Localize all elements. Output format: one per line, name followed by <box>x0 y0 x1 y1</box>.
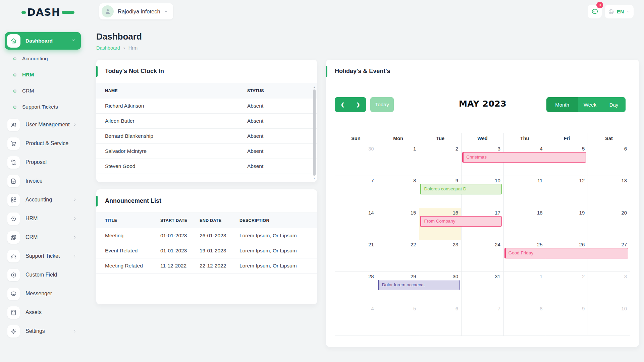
calendar-day-cell[interactable]: 31 <box>461 272 503 303</box>
sidebar-item-custom-field[interactable]: Custom Field <box>0 265 87 284</box>
calendar-date-number: 8 <box>413 178 416 183</box>
calendar-day-cell[interactable]: 6 <box>419 304 461 336</box>
calendar-date-number: 9 <box>582 306 585 311</box>
sidebar-item-dashboard[interactable]: Dashboard <box>5 32 81 50</box>
brand-logo[interactable]: DASH <box>21 7 74 17</box>
sidebar-item-proposal[interactable]: Proposal <box>0 153 87 172</box>
calendar-day-cell[interactable]: 10 <box>588 304 630 336</box>
calendar-event-dolores-consequat-d[interactable]: Dolores consequat D <box>420 184 501 194</box>
calendar-dayname: Mon <box>377 133 419 144</box>
calendar-day-cell[interactable]: 23 <box>419 240 461 272</box>
calendar-day-cell[interactable]: 9 <box>546 304 588 336</box>
calendar-day-cell[interactable]: 2 <box>419 144 461 176</box>
company-selector[interactable]: Rajodiya infotech <box>99 3 173 19</box>
sidebar-item-user-management[interactable]: User Management <box>0 115 87 134</box>
calendar-date-number: 27 <box>621 242 627 247</box>
sidebar-item-invoice[interactable]: Invoice <box>0 172 87 190</box>
scroll-up-icon[interactable]: ▲ <box>313 85 316 89</box>
calendar-day-cell[interactable]: 5 <box>377 304 419 336</box>
sidebar-subitem-accounting[interactable]: Accounting <box>0 51 87 67</box>
calendar-day-cell[interactable]: 21 <box>335 240 377 272</box>
calendar-view-day[interactable]: Day <box>602 97 626 112</box>
plus-circle-icon <box>7 269 20 281</box>
calendar-day-cell[interactable]: 11 <box>503 176 546 207</box>
company-name: Rajodiya infotech <box>118 8 160 15</box>
sidebar-item-support-ticket[interactable]: Support Ticket <box>0 247 87 265</box>
chevron-right-icon <box>72 254 77 258</box>
table-cell: Salvador Mcintyre <box>105 148 247 154</box>
sidebar-item-messenger[interactable]: Messenger <box>0 284 87 303</box>
calendar-date-number: 1 <box>540 274 542 279</box>
sidebar-item-accounting[interactable]: Accounting <box>0 190 87 209</box>
calendar-day-cell[interactable]: 1 <box>377 144 419 176</box>
sidebar-subitem-support-tickets[interactable]: Support Tickets <box>0 99 87 115</box>
calendar-day-cell[interactable]: 6 <box>588 144 630 176</box>
calendar-day-cell[interactable]: 8 <box>503 304 546 336</box>
calendar-date-number: 2 <box>455 146 458 152</box>
calendar-day-cell[interactable]: 22 <box>377 240 419 272</box>
calendar-view-week[interactable]: Week <box>578 97 602 112</box>
calendar-day-cell[interactable]: 30 <box>335 144 377 176</box>
calendar-day-cell[interactable]: 4 <box>335 304 377 336</box>
calendar-dayname: Fri <box>546 133 588 144</box>
target-icon <box>7 213 20 225</box>
table-cell: Absent <box>247 133 317 139</box>
calendar-day-cell[interactable]: 18 <box>503 208 546 240</box>
announcement-card-header: Announcement List <box>96 189 317 213</box>
sidebar-item-hrm[interactable]: HRM <box>0 209 87 228</box>
scrollbar-thumb[interactable] <box>313 89 316 176</box>
gear-icon <box>7 325 20 338</box>
calendar-dayname: Thu <box>503 133 546 144</box>
column-header-title: TITLE <box>105 218 160 223</box>
calendar-date-number: 3 <box>624 274 627 279</box>
calendar-day-cell[interactable]: 3 <box>588 272 630 303</box>
calendar-day-cell[interactable]: 7 <box>461 304 503 336</box>
calendar-date-number: 28 <box>368 274 374 279</box>
clockin-card-header: Today's Not Clock In <box>96 60 317 83</box>
calendar-day-cell[interactable]: 15 <box>377 208 419 240</box>
calendar-week-row: 30123456Christmas <box>335 144 630 176</box>
language-selector[interactable]: EN <box>605 5 634 18</box>
scroll-down-icon[interactable]: ▼ <box>313 177 316 180</box>
calendar-event-christmas[interactable]: Christmas <box>462 152 586 163</box>
calendar-day-cell[interactable]: 14 <box>335 208 377 240</box>
sidebar-item-assets[interactable]: Assets <box>0 303 87 322</box>
calendar-event-dolor-lorem-occaecat[interactable]: Dolor lorem occaecat <box>378 280 460 290</box>
calendar-day-cell[interactable]: 24 <box>461 240 503 272</box>
calendar-day-cell[interactable]: 20 <box>588 208 630 240</box>
calendar-day-cell[interactable]: 8 <box>377 176 419 207</box>
sidebar-item-product-service[interactable]: Product & Service <box>0 134 87 153</box>
sidebar-item-crm[interactable]: CRM <box>0 228 87 247</box>
sidebar-item-settings[interactable]: Settings <box>0 322 87 341</box>
calendar-day-cell[interactable]: 7 <box>335 176 377 207</box>
table-row: Event Related01-01-202319-01-2023Lorem I… <box>96 243 317 258</box>
calendar-day-cell[interactable]: 1 <box>503 272 546 303</box>
calendar-card-title: Holiday's & Event's <box>335 68 390 75</box>
calendar-date-number: 3 <box>498 146 500 152</box>
table-row: Salvador McintyreAbsent <box>96 144 317 159</box>
bullet-icon <box>13 89 16 93</box>
calendar-day-cell[interactable]: 13 <box>588 176 630 207</box>
calendar-date-number: 6 <box>624 146 627 152</box>
grid-plus-icon <box>7 194 20 206</box>
calendar-dayname: Sun <box>335 133 377 144</box>
calendar-date-number: 2 <box>582 274 585 279</box>
calendar-date-number: 11 <box>537 178 543 183</box>
calendar-day-cell[interactable]: 2 <box>546 272 588 303</box>
calendar-day-cell[interactable]: 28 <box>335 272 377 303</box>
sidebar-subitem-hrm[interactable]: HRM <box>0 67 87 83</box>
breadcrumb-link-dashboard[interactable]: Dashboard <box>96 45 120 51</box>
sidebar-subitem-crm[interactable]: CRM <box>0 83 87 99</box>
calendar-day-cell[interactable]: 12 <box>546 176 588 207</box>
chat-icon <box>7 288 20 300</box>
sidebar-item-label: Product & Service <box>25 140 68 146</box>
calendar-day-cell[interactable]: 19 <box>546 208 588 240</box>
scrollbar[interactable]: ▲ ▼ <box>313 85 316 180</box>
table-cell: 19-01-2023 <box>200 248 239 254</box>
calendar-event-good-friday[interactable]: Good Friday <box>504 248 628 258</box>
calendar-view-month[interactable]: Month <box>546 97 578 112</box>
calendar-event-from-company[interactable]: From Company <box>420 216 501 227</box>
calendar-date-number: 26 <box>579 242 585 247</box>
calendar-date-number: 25 <box>537 242 543 247</box>
column-header-status: STATUS <box>247 88 317 93</box>
